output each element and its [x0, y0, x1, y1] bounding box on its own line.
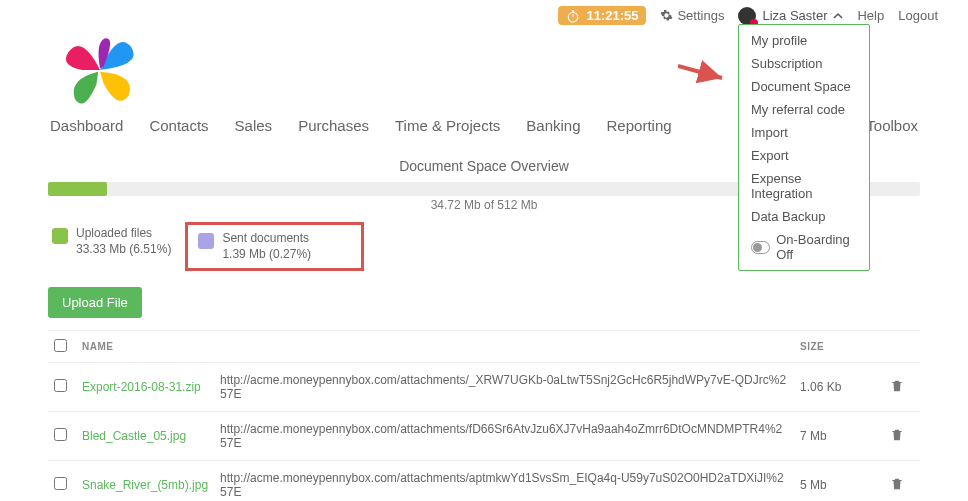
user-menu-toggle[interactable]: Liza Saster: [738, 7, 843, 25]
gear-icon: [660, 9, 673, 22]
timer-value: 11:21:55: [586, 8, 638, 23]
file-size: 7 Mb: [794, 412, 884, 461]
swatch-green: [52, 228, 68, 244]
logout-link[interactable]: Logout: [898, 8, 938, 23]
table-row: Export-2016-08-31.ziphttp://acme.moneype…: [48, 363, 920, 412]
file-url: http://acme.moneypennybox.com/attachment…: [214, 363, 794, 412]
col-size: SIZE: [794, 331, 884, 363]
menu-export[interactable]: Export: [739, 144, 869, 167]
table-row: Snake_River_(5mb).jpghttp://acme.moneype…: [48, 461, 920, 501]
file-url: http://acme.moneypennybox.com/attachment…: [214, 461, 794, 501]
file-size: 1.06 Kb: [794, 363, 884, 412]
row-checkbox[interactable]: [54, 477, 67, 490]
trash-icon[interactable]: [890, 379, 904, 396]
svg-rect-1: [572, 10, 574, 12]
legend-sent-highlight: Sent documents 1.39 Mb (0.27%): [185, 222, 364, 271]
uploaded-label: Uploaded files: [76, 226, 171, 242]
user-name: Liza Saster: [762, 8, 827, 23]
nav-time-projects[interactable]: Time & Projects: [395, 111, 500, 140]
row-checkbox[interactable]: [54, 379, 67, 392]
col-name: NAME: [76, 331, 214, 363]
toggle-icon: [751, 241, 770, 254]
menu-document-space[interactable]: Document Space: [739, 75, 869, 98]
settings-link[interactable]: Settings: [660, 8, 724, 23]
menu-onboarding[interactable]: On-Boarding Off: [739, 228, 869, 266]
help-link[interactable]: Help: [857, 8, 884, 23]
user-dropdown: My profile Subscription Document Space M…: [738, 24, 870, 271]
files-table: NAME SIZE Export-2016-08-31.ziphttp://ac…: [48, 330, 920, 501]
uploaded-value: 33.33 Mb (6.51%): [76, 242, 171, 258]
avatar: [738, 7, 756, 25]
nav-reporting[interactable]: Reporting: [607, 111, 672, 140]
swatch-purple: [198, 233, 214, 249]
upload-button[interactable]: Upload File: [48, 287, 142, 318]
trash-icon[interactable]: [890, 477, 904, 494]
menu-data-backup[interactable]: Data Backup: [739, 205, 869, 228]
menu-expense-integration[interactable]: Expense Integration: [739, 167, 869, 205]
legend-uploaded: Uploaded files 33.33 Mb (6.51%): [48, 222, 175, 261]
row-checkbox[interactable]: [54, 428, 67, 441]
chevron-up-icon: [833, 11, 843, 21]
menu-my-profile[interactable]: My profile: [739, 29, 869, 52]
settings-label: Settings: [677, 8, 724, 23]
file-name-link[interactable]: Export-2016-08-31.zip: [82, 380, 201, 394]
file-name-link[interactable]: Snake_River_(5mb).jpg: [82, 478, 208, 492]
table-row: Bled_Castle_05.jpghttp://acme.moneypenny…: [48, 412, 920, 461]
onboarding-label: On-Boarding Off: [776, 232, 857, 262]
nav-purchases[interactable]: Purchases: [298, 111, 369, 140]
app-logo: [50, 25, 150, 115]
select-all-checkbox[interactable]: [54, 339, 67, 352]
nav-sales[interactable]: Sales: [235, 111, 273, 140]
menu-referral[interactable]: My referral code: [739, 98, 869, 121]
svg-line-3: [678, 66, 722, 78]
usage-fill: [48, 182, 107, 196]
session-timer: 11:21:55: [558, 6, 646, 25]
file-size: 5 Mb: [794, 461, 884, 501]
sent-label: Sent documents: [222, 231, 311, 247]
file-url: http://acme.moneypennybox.com/attachment…: [214, 412, 794, 461]
nav-dashboard[interactable]: Dashboard: [50, 111, 123, 140]
menu-import[interactable]: Import: [739, 121, 869, 144]
menu-subscription[interactable]: Subscription: [739, 52, 869, 75]
file-name-link[interactable]: Bled_Castle_05.jpg: [82, 429, 186, 443]
nav-contacts[interactable]: Contacts: [149, 111, 208, 140]
sent-value: 1.39 Mb (0.27%): [222, 247, 311, 263]
annotation-arrow: [678, 60, 728, 90]
trash-icon[interactable]: [890, 428, 904, 445]
nav-banking[interactable]: Banking: [526, 111, 580, 140]
stopwatch-icon: [566, 9, 580, 23]
